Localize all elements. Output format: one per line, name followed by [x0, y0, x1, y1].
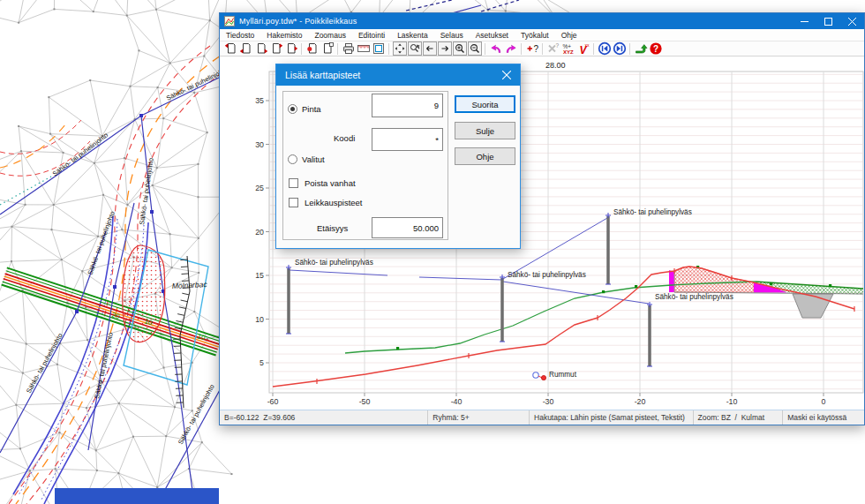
zoom-fit-button[interactable] — [392, 41, 407, 56]
status-search-mode[interactable]: Hakutapa: Lähin piste (Samat pisteet, Te… — [530, 410, 693, 425]
toolbar-separator — [301, 43, 302, 55]
place-label: Mölnarbac — [172, 280, 208, 290]
svg-text:15: 15 — [255, 271, 264, 280]
svg-text:5: 5 — [260, 358, 264, 367]
window-title: Mylläri.poy.tdw* - Poikkileikkaus — [239, 17, 793, 26]
dialog-close-icon[interactable] — [493, 64, 520, 86]
scale-button[interactable] — [356, 41, 371, 56]
status-bar: B=-60.122 Z=39.606 Ryhmä: 5+ Hakutapa: L… — [220, 410, 864, 425]
file-prev-button[interactable] — [238, 41, 253, 56]
menu-tiedosto[interactable]: Tiedosto — [220, 31, 260, 40]
svg-text:%+: %+ — [562, 43, 571, 49]
dialog-lisaa-karttapisteet: Lisää karttapisteet Pinta Koodi Valitut … — [275, 64, 521, 249]
menu-hakemisto[interactable]: Hakemisto — [260, 31, 308, 40]
band-station-label: 10 — [196, 332, 207, 342]
xyz-coords-button[interactable]: %+XYZ — [560, 41, 575, 56]
maximize-button[interactable] — [816, 13, 840, 29]
file-open-button[interactable] — [253, 41, 268, 56]
toolbar: ??%+XYZVxx? — [220, 41, 864, 56]
pole-label: Sähkö- tai puhelinpylväs — [613, 208, 692, 216]
dialog-titlebar[interactable]: Lisää karttapisteet — [276, 64, 520, 86]
doc-copy-button[interactable] — [320, 41, 335, 56]
svg-text:-30: -30 — [543, 397, 554, 406]
svg-text:-60: -60 — [267, 397, 279, 406]
file-last-button[interactable] — [283, 41, 298, 56]
svg-text:?: ? — [652, 44, 658, 54]
status-zoom-mode[interactable]: Zoom: BZ / Kulmat — [694, 410, 784, 425]
status-coordinates: B=-60.122 Z=39.606 — [220, 410, 428, 425]
menu-bar: Tiedosto Hakemisto Zoomaus Editointi Las… — [220, 29, 864, 41]
pan-left-button[interactable] — [422, 41, 437, 56]
svg-text:-40: -40 — [451, 397, 463, 406]
screen: Sähkö- tai puhelinjohto Sähkö- tai puhel… — [0, 0, 865, 504]
pinta-radio[interactable] — [288, 104, 297, 114]
app-icon — [224, 16, 235, 26]
menu-editointi[interactable]: Editointi — [352, 31, 391, 40]
close-button[interactable] — [840, 13, 864, 29]
valitut-label: Valitut — [302, 154, 325, 164]
zoom-window-button[interactable] — [407, 41, 422, 56]
undo-button[interactable] — [488, 41, 503, 56]
status-mask[interactable]: Maski ei käytössä — [783, 410, 864, 425]
svg-text:-10: -10 — [726, 397, 738, 406]
sulje-button[interactable]: Sulje — [455, 122, 515, 139]
pointer-snap-button[interactable]: ? — [545, 41, 560, 56]
pole-label: Sähkö- tai puhelinpylväs — [508, 271, 586, 279]
menu-ohje[interactable]: Ohje — [555, 31, 583, 40]
toolbar-separator — [521, 43, 522, 55]
approve-button[interactable]: Vxx — [575, 41, 590, 56]
svg-text:?: ? — [533, 44, 538, 54]
poista-vanhat-label: Poista vanhat — [305, 178, 356, 188]
valitut-radio[interactable] — [288, 154, 297, 164]
zoom-out-button[interactable] — [467, 41, 482, 56]
svg-text:10: 10 — [255, 315, 264, 324]
file-next-button[interactable] — [268, 41, 283, 56]
redraw-button[interactable] — [633, 41, 648, 56]
doc-remove-button[interactable] — [305, 41, 320, 56]
suorita-button[interactable]: Suorita — [455, 95, 515, 113]
ohje-button[interactable]: Ohje — [455, 147, 515, 165]
svg-text:35: 35 — [255, 96, 264, 105]
koodi-input[interactable] — [372, 128, 443, 151]
koodi-label: Koodi — [334, 133, 355, 143]
dialog-title: Lisää karttapisteet — [276, 70, 493, 80]
redo-button[interactable] — [503, 41, 518, 56]
svg-text:-20: -20 — [635, 397, 646, 406]
menu-selaus[interactable]: Selaus — [434, 31, 470, 40]
etaisyys-input[interactable] — [372, 217, 443, 238]
window-titlebar[interactable]: Mylläri.poy.tdw* - Poikkileikkaus — [220, 13, 864, 29]
toolbar-separator — [542, 43, 543, 55]
menu-laskenta[interactable]: Laskenta — [391, 31, 434, 40]
fill-area-magenta-left — [669, 270, 674, 292]
zoom-in-button[interactable] — [452, 41, 467, 56]
toolbar-separator — [485, 43, 485, 55]
pan-right-button[interactable] — [437, 41, 452, 56]
svg-text:XYZ: XYZ — [563, 49, 574, 55]
svg-text:30: 30 — [255, 140, 264, 149]
menu-zoomaus[interactable]: Zoomaus — [308, 31, 351, 40]
add-point-query-button[interactable]: ? — [524, 41, 539, 56]
road-lines — [0, 46, 231, 504]
svg-text:?: ? — [555, 42, 559, 49]
culvert-marker-dot — [541, 375, 545, 380]
status-group[interactable]: Ryhmä: 5+ — [428, 410, 530, 425]
print-button[interactable] — [341, 41, 356, 56]
toolbar-separator — [593, 43, 594, 55]
help-button[interactable]: ? — [648, 41, 663, 56]
prev-section-button[interactable] — [597, 41, 612, 56]
window-frame-button[interactable] — [371, 41, 386, 56]
culvert-label: Rummut — [549, 371, 577, 379]
pinta-input[interactable] — [372, 94, 443, 117]
menu-tyokalut[interactable]: Työkalut — [515, 31, 555, 40]
poista-vanhat-checkbox[interactable] — [289, 178, 298, 188]
svg-text:0: 0 — [822, 397, 826, 406]
pole-label: Sähkö- tai puhelinpylväs — [655, 293, 733, 301]
leikkauspisteet-label: Leikkauspisteet — [305, 198, 362, 207]
file-first-button[interactable] — [223, 41, 238, 56]
next-section-button[interactable] — [612, 41, 627, 56]
map-line-label: Sähkö- tai puhelinjohto — [25, 332, 64, 395]
menu-asetukset[interactable]: Asetukset — [470, 31, 515, 40]
leikkauspisteet-checkbox[interactable] — [289, 198, 298, 207]
background-window-titlebar[interactable] — [55, 488, 219, 504]
minimize-button[interactable] — [793, 13, 816, 29]
